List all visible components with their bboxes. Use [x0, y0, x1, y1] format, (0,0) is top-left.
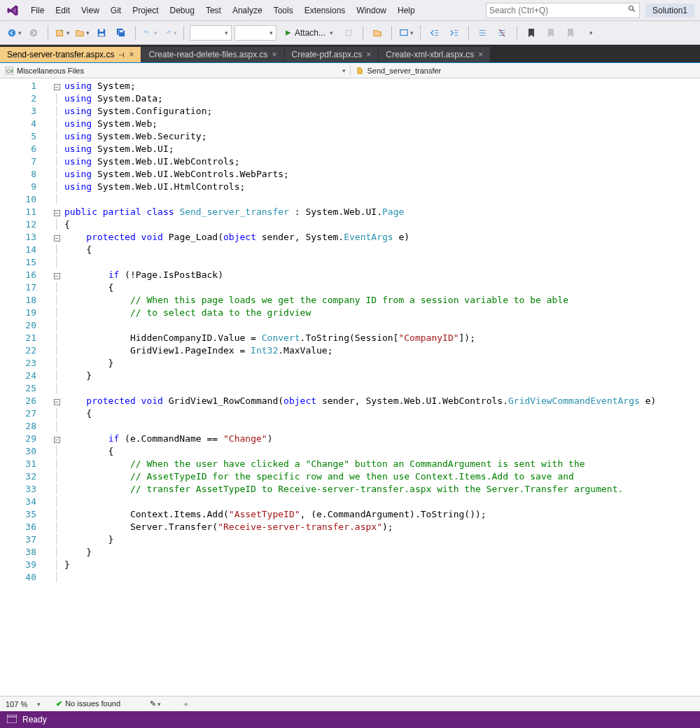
browse-icon[interactable]: [369, 24, 386, 41]
menu-git[interactable]: Git: [105, 4, 127, 18]
fold-icon[interactable]: −: [54, 399, 60, 405]
nav-fwd-icon[interactable]: [25, 24, 42, 41]
tab[interactable]: Create-xml-xbrl.aspx.cs×: [379, 47, 490, 62]
scroll-left-icon[interactable]: ◂: [183, 699, 188, 708]
fold-icon[interactable]: −: [54, 273, 60, 279]
next-bookmark-icon[interactable]: [562, 24, 579, 41]
live-share-icon[interactable]: ▾: [398, 24, 414, 41]
svg-point-3: [30, 29, 38, 36]
menu-analyze[interactable]: Analyze: [227, 4, 268, 18]
close-icon[interactable]: ×: [272, 50, 277, 59]
editor-bottom-bar: 107 % ▾ ✔No issues found ✎▾ ◂: [0, 696, 700, 711]
menu-test[interactable]: Test: [200, 4, 227, 18]
tab-label: Create-pdf.aspx.cs: [292, 50, 363, 59]
fold-icon[interactable]: −: [54, 235, 60, 241]
nav-scope-label: Miscellaneous Files: [17, 66, 84, 75]
close-icon[interactable]: ×: [129, 50, 134, 59]
menu-tools[interactable]: Tools: [268, 4, 299, 18]
svg-rect-6: [99, 29, 103, 31]
solution-label[interactable]: Solution1: [645, 4, 694, 18]
vs-logo-icon: [6, 4, 20, 18]
menu-extensions[interactable]: Extensions: [299, 4, 351, 18]
redo-icon[interactable]: ▾: [161, 24, 178, 41]
toolbar-overflow-icon[interactable]: ▾: [582, 24, 598, 41]
navigation-bar: C# Miscellaneous Files ▾ Send_server_tra…: [0, 63, 700, 78]
nav-member-label: Send_server_transfer: [368, 66, 442, 75]
status-text: Ready: [22, 715, 47, 724]
platform-combo[interactable]: ▾: [234, 25, 276, 41]
fold-icon[interactable]: −: [54, 437, 60, 443]
pencil-icon[interactable]: ✎▾: [150, 699, 161, 708]
close-icon[interactable]: ×: [478, 50, 483, 59]
nav-back-icon[interactable]: ▾: [6, 24, 22, 41]
tab[interactable]: Send-server-transfer.aspx.cs⊣×: [0, 47, 141, 62]
attach-label: Attach...: [295, 28, 326, 38]
menu-help[interactable]: Help: [392, 4, 421, 18]
config-combo[interactable]: ▾: [190, 25, 232, 41]
menu-edit[interactable]: Edit: [50, 4, 76, 18]
svg-rect-10: [120, 30, 122, 32]
zoom-level[interactable]: 107 %: [6, 700, 27, 708]
window-icon: [7, 715, 17, 725]
menu-bar: FileEditViewGitProjectDebugTestAnalyzeTo…: [0, 0, 700, 21]
bookmark-icon[interactable]: [523, 24, 540, 41]
fold-icon[interactable]: −: [54, 84, 60, 90]
tab[interactable]: Create-pdf.aspx.cs×: [285, 47, 379, 62]
svg-rect-11: [346, 30, 351, 36]
svg-point-0: [629, 6, 633, 10]
fold-icon[interactable]: −: [54, 210, 60, 216]
svg-point-2: [8, 29, 15, 36]
issues-label: No issues found: [65, 699, 120, 708]
indent-less-icon[interactable]: [426, 24, 443, 41]
svg-text:C#: C#: [6, 68, 13, 74]
menu-window[interactable]: Window: [351, 4, 392, 18]
svg-rect-28: [7, 715, 17, 723]
menu-project[interactable]: Project: [127, 4, 164, 18]
svg-rect-12: [400, 29, 407, 35]
search-icon: [628, 5, 636, 15]
svg-rect-4: [56, 30, 62, 36]
class-icon: [355, 66, 365, 76]
status-bar: Ready: [0, 711, 700, 728]
attach-button[interactable]: Attach... ▾: [279, 27, 337, 39]
search-box[interactable]: [486, 3, 640, 18]
comment-icon[interactable]: [475, 24, 491, 41]
close-icon[interactable]: ×: [366, 50, 371, 59]
attach-cfg-icon[interactable]: [340, 24, 357, 41]
save-icon[interactable]: [93, 24, 110, 41]
menu-debug[interactable]: Debug: [164, 4, 200, 18]
menu-file[interactable]: File: [25, 4, 50, 18]
indent-more-icon[interactable]: [446, 24, 463, 41]
tab[interactable]: Create-read-delete-files.aspx.cs×: [141, 47, 284, 62]
toolbar: ▾ ▾ ▾ ▾ ▾ ▾ ▾ Attach... ▾ ▾ ▾: [0, 21, 700, 45]
nav-scope[interactable]: C# Miscellaneous Files ▾: [0, 66, 350, 76]
new-project-icon[interactable]: ▾: [54, 24, 71, 41]
svg-rect-7: [99, 33, 104, 36]
tab-label: Create-xml-xbrl.aspx.cs: [386, 50, 474, 59]
code-editor[interactable]: 1234567891011121314151617181920212223242…: [0, 78, 700, 696]
open-icon[interactable]: ▾: [74, 24, 90, 41]
prev-bookmark-icon[interactable]: [542, 24, 559, 41]
tab-label: Create-read-delete-files.aspx.cs: [148, 50, 267, 59]
pin-icon[interactable]: ⊣: [118, 51, 125, 59]
menu-view[interactable]: View: [76, 4, 105, 18]
svg-line-1: [633, 10, 635, 12]
csharp-file-icon: C#: [4, 66, 14, 76]
nav-member[interactable]: Send_server_transfer: [350, 66, 701, 76]
tab-bar: Send-server-transfer.aspx.cs⊣×Create-rea…: [0, 45, 700, 63]
tab-label: Send-server-transfer.aspx.cs: [7, 50, 114, 59]
undo-icon[interactable]: ▾: [141, 24, 158, 41]
uncomment-icon[interactable]: [494, 24, 511, 41]
search-input[interactable]: [489, 6, 628, 15]
save-all-icon[interactable]: [113, 24, 130, 41]
check-icon: ✔: [56, 699, 62, 708]
